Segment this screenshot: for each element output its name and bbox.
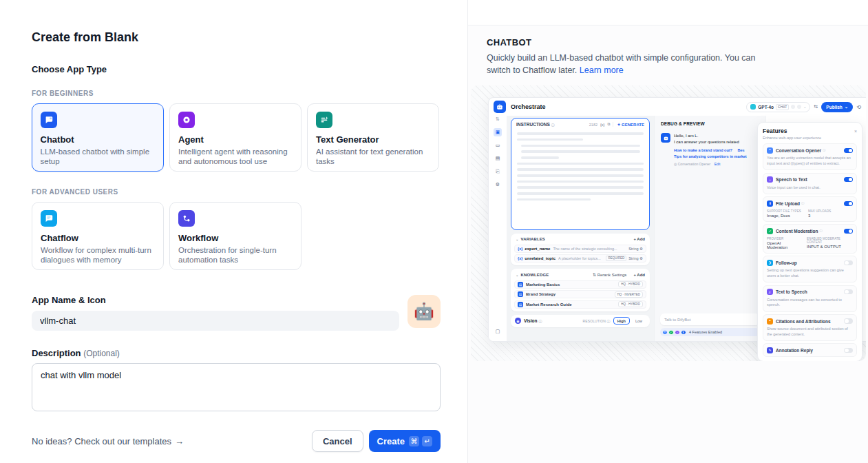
rail-icon: ▭ (494, 141, 502, 150)
card-description: Intelligent agent with reasoning and aut… (178, 147, 293, 166)
file-upload-icon: ⬆ (767, 200, 773, 207)
feature-badge-icon: ✓ (668, 330, 674, 336)
toggle (844, 289, 853, 295)
bot-avatar (661, 133, 670, 143)
preview-topbar: Orchestrate GPT-4o CHAT ⌄ ⇆ Publish ⌄ ⟲ (489, 98, 866, 116)
description-textarea[interactable]: chat with vllm model (32, 363, 441, 411)
app-icon-picker[interactable]: 🤖 (407, 295, 441, 328)
index-mode-badge: HQ · HYBRID (618, 301, 643, 307)
feature-citations: ❝ Citations and Attributions Show source… (763, 314, 857, 341)
info-icon: ⓘ (801, 202, 805, 205)
app-type-card-text-generator[interactable]: Text Generator AI assistant for text gen… (307, 103, 439, 172)
beginner-cards: Chatbot LLM-based chatbot with simple se… (32, 103, 441, 172)
preview-image-container: Orchestrate GPT-4o CHAT ⌄ ⇆ Publish ⌄ ⟲ (471, 85, 866, 361)
variables-panel: ⌄ VARIABLES + Add {x} expert_name The na… (511, 234, 650, 265)
preview-left-rail: ⇅ ▣ ▭ ▤ ⎘ ⚙ ▢ (489, 116, 507, 341)
app-name-input[interactable] (32, 311, 399, 331)
app-name-row: App Name & Icon 🤖 (32, 295, 441, 331)
workflow-icon (178, 210, 195, 227)
templates-link[interactable]: No ideas? Check out our templates → (32, 436, 184, 446)
feature-annotation-reply: ✎ Annotation Reply (763, 343, 857, 357)
document-icon: ▤ (518, 291, 523, 297)
model-selector: GPT-4o CHAT ⌄ (746, 102, 810, 112)
variable-row: {x} unrelated_topic A placeholder for to… (514, 254, 646, 263)
shield-check-icon: ✓ (767, 228, 773, 234)
debug-preview-column: DEBUG & PREVIEW Hello, I am L. I can ans… (654, 116, 765, 341)
feature-speech-to-text: ♪ Speech to Text Voice input can be used… (763, 173, 857, 194)
preview-heading: CHATBOT (487, 37, 849, 48)
toggle (844, 201, 853, 207)
chat-input: Talk to DifyBot (660, 313, 760, 325)
create-button[interactable]: Create ⌘ ↵ (369, 430, 441, 452)
orchestrate-main-column: INSTRUCTIONS ⓘ 2182 {x} ⧉ ✦ GENERATE (507, 116, 654, 341)
rail-icon: ⎘ (494, 167, 502, 176)
knowledge-row: ▤ Marketing Basics HQ · HYBRID (514, 280, 646, 289)
microphone-icon: ♪ (767, 176, 773, 183)
index-mode-badge: HQ · HYBRID (618, 281, 643, 287)
feature-badge-icon: ❞ (662, 330, 668, 336)
card-title: Workflow (178, 233, 293, 243)
arrow-right-icon: → (175, 436, 184, 446)
chevron-down-icon: ⌄ (516, 273, 519, 277)
bot-message: Hello, I am L. I can answer your questio… (655, 133, 765, 166)
rail-icon: ⚙ (494, 181, 502, 189)
resolution-label: RESOLUTION ⓘ (583, 319, 611, 323)
knowledge-panel: ⌄ KNOWLEDGE ⇅ Rerank Settings + Add ▤ Ma… (511, 269, 650, 311)
toggle (844, 177, 853, 183)
card-description: Orchestration for single-turn automation… (178, 245, 293, 265)
cmd-key-icon: ⌘ (409, 436, 419, 446)
cancel-button[interactable]: Cancel (312, 430, 363, 452)
greeting-line: I can answer your questions related (674, 139, 747, 145)
swap-icon: ⇅ (496, 116, 500, 122)
index-mode-badge: HQ · INVERTED (615, 291, 643, 298)
char-count: 2182 (589, 123, 597, 127)
model-param-icon (797, 105, 801, 109)
info-icon: ⓘ (823, 149, 826, 152)
variable-row: {x} expert_name The name of the strategi… (514, 245, 646, 253)
learn-more-link[interactable]: Learn more (580, 65, 624, 75)
copy-icon: ⧉ (607, 122, 610, 127)
instructions-skeleton-text (511, 129, 649, 207)
app-type-card-chatflow[interactable]: Chatflow Workflow for complex multi-turn… (32, 202, 164, 270)
bot-app-icon (494, 101, 506, 113)
feature-conversation-opener: ❞ Conversation Opener ⓘ You are an entit… (763, 143, 857, 170)
suggested-question: How to make a brand stand out? Bes (674, 148, 747, 152)
add-variable-button: + Add (633, 237, 645, 241)
app-type-card-workflow[interactable]: Workflow Orchestration for single-turn a… (169, 202, 301, 270)
app-type-card-chatbot[interactable]: Chatbot LLM-based chatbot with simple se… (32, 103, 164, 172)
required-badge: REQUIRED (606, 256, 626, 261)
card-title: Chatflow (41, 233, 155, 243)
card-description: AI assistant for text generation tasks (316, 147, 430, 166)
feature-follow-up: ❯ Follow-up Setting up next questions su… (763, 256, 857, 282)
app-name-label: App Name & Icon (32, 295, 399, 305)
debug-preview-label: DEBUG & PREVIEW (655, 116, 765, 133)
app-type-card-agent[interactable]: Agent Intelligent agent with reasoning a… (169, 103, 301, 172)
orchestrate-rail-icon: ▣ (494, 128, 502, 136)
suggested-question: Tips for analyzing competitors in market (674, 154, 747, 158)
knowledge-row: ▤ Brand Strategy HQ · INVERTED (514, 290, 646, 298)
agent-icon (178, 112, 195, 128)
feature-file-upload: ⬆ File Upload ⓘ SUPPORT FILE TYPESImage,… (763, 196, 857, 222)
rail-bottom-icon: ▢ (494, 327, 502, 336)
feature-content-moderation: ✓ Content Moderation ⓘ PROVIDEROpenAI Mo… (763, 224, 857, 254)
features-enabled-bar: ❞ ✓ ♪ ⬆ 4 Features Enabled (660, 328, 760, 336)
tune-icon: ⇆ (814, 104, 818, 110)
feature-badge-icon: ⬆ (681, 330, 686, 336)
follow-up-icon: ❯ (767, 260, 773, 266)
info-icon: ⓘ (551, 123, 555, 127)
card-title: Agent (178, 134, 293, 145)
chevron-down-icon: ⌄ (516, 237, 519, 241)
close-icon: × (854, 129, 857, 134)
chatflow-icon (41, 210, 57, 227)
rail-icon: ▤ (494, 154, 502, 163)
resolution-high-option: High (613, 317, 630, 325)
chevron-down-icon: ⌄ (803, 105, 806, 109)
choose-app-type-label: Choose App Type (32, 64, 441, 74)
document-icon: ▤ (518, 282, 523, 287)
model-mode-badge: CHAT (776, 104, 789, 110)
variables-icon: {x} (600, 123, 604, 127)
card-title: Chatbot (41, 134, 156, 145)
publish-button: Publish ⌄ (821, 102, 853, 112)
toggle (844, 260, 853, 266)
annotation-icon: ✎ (767, 347, 773, 353)
